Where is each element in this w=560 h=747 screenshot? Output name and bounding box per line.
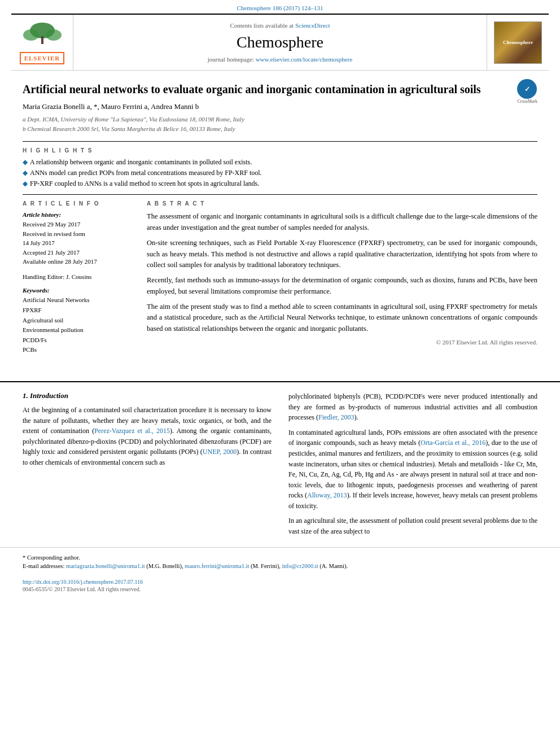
body-right-col: polychlorinated biphenyls (PCB), PCDD/PC…	[288, 391, 537, 541]
svg-text:✓: ✓	[524, 85, 530, 93]
keyword: Environmental pollution	[23, 325, 135, 335]
article-main: ✓ CrossMark Artificial neural networks t…	[0, 71, 560, 372]
article-info-column: A R T I C L E I N F O Article history: R…	[23, 200, 135, 361]
journal-reference: Chemosphere 186 (2017) 124–131	[237, 5, 323, 11]
doi-link[interactable]: http://dx.doi.org/10.1016/j.chemosphere.…	[23, 579, 537, 585]
affiliation-2: b Chemical Research 2000 Srl, Via Santa …	[23, 124, 537, 134]
keywords-block: Keywords: Artificial Neural Networks FPX…	[23, 287, 135, 355]
ref-perez[interactable]: Perez-Vazquez et al., 2015	[94, 427, 170, 435]
elsevier-wordmark: ELSEVIER	[20, 52, 65, 64]
keyword: Artificial Neural Networks	[23, 295, 135, 305]
abstract-para-4: The aim of the present study was to find…	[147, 302, 537, 334]
highlights-list: ◆A relationship between organic and inor…	[23, 157, 537, 189]
ref-orta[interactable]: Orta-García et al., 2016	[421, 439, 485, 447]
ref-alloway[interactable]: Alloway, 2013	[307, 491, 347, 499]
contents-available-text: Contents lists available at ScienceDirec…	[230, 22, 330, 29]
elsevier-logo-section: ELSEVIER	[11, 15, 73, 70]
email-line: E-mail addresses: mariagrazia.bonelli@un…	[23, 562, 537, 571]
keyword: PCDD/Fs	[23, 335, 135, 346]
divider-highlights	[23, 141, 537, 142]
crossmark-icon: ✓	[517, 79, 537, 99]
top-bar: Chemosphere 186 (2017) 124–131	[0, 0, 560, 14]
issn-text: 0045-6535/© 2017 Elsevier Ltd. All right…	[23, 586, 141, 592]
email-link-ferrini[interactable]: mauro.ferrini@uniroma1.it	[185, 563, 249, 569]
keywords-label: Keywords:	[23, 287, 135, 294]
list-item: ◆ANNs model can predict POPs from metal …	[23, 168, 537, 178]
keywords-list: Artificial Neural Networks FPXRF Agricul…	[23, 295, 135, 355]
body-divider	[0, 381, 560, 382]
ref-fiedler[interactable]: Fiedler, 2003	[318, 413, 355, 421]
copyright-text: © 2017 Elsevier Ltd. All rights reserved…	[147, 339, 537, 346]
body-left-col: 1. Introduction At the beginning of a co…	[23, 391, 272, 541]
list-item: ◆FP-XRF coupled to ANNs is a valid metho…	[23, 178, 537, 189]
article-body: 1. Introduction At the beginning of a co…	[0, 391, 560, 541]
journal-info-center: Contents lists available at ScienceDirec…	[73, 15, 487, 70]
ref-unep[interactable]: UNEP, 2000	[203, 448, 237, 456]
affiliation-1: a Dept. ICMA, University of Rome "La Sap…	[23, 115, 537, 124]
available-date: Available online 28 July 2017	[23, 257, 135, 267]
history-label: Article history:	[23, 211, 135, 218]
crossmark-badge: ✓ CrossMark	[517, 79, 537, 104]
keyword: FPXRF	[23, 305, 135, 316]
journal-cover-section: Chemosphere	[487, 15, 549, 70]
received-date: Received 29 May 2017	[23, 220, 135, 229]
svg-rect-3	[41, 36, 43, 44]
abstract-title: A B S T R A C T	[147, 200, 537, 207]
homepage-text: journal homepage: www.elsevier.com/locat…	[208, 56, 352, 63]
divider-article-info	[23, 194, 537, 195]
keyword: PCBs	[23, 345, 135, 355]
bottom-bar: http://dx.doi.org/10.1016/j.chemosphere.…	[0, 575, 560, 596]
accepted-date: Accepted 21 July 2017	[23, 248, 135, 257]
homepage-link[interactable]: www.elsevier.com/locate/chemosphere	[256, 56, 353, 63]
handling-editor-text: Handling Editor: J. Cousins	[23, 272, 135, 282]
affiliations: a Dept. ICMA, University of Rome "La Sap…	[23, 115, 537, 133]
keyword: Agricultural soil	[23, 316, 135, 326]
body-para-1: At the beginning of a contaminated soil …	[23, 405, 272, 468]
corresponding-author: * Corresponding author. E-mail addresses…	[23, 553, 537, 571]
article-info-title: A R T I C L E I N F O	[23, 200, 135, 207]
revised-date: Received in revised form14 July 2017	[23, 229, 135, 248]
sciencedirect-link[interactable]: ScienceDirect	[295, 22, 330, 29]
article-info-abstract: A R T I C L E I N F O Article history: R…	[23, 200, 537, 361]
body-text-right: polychlorinated biphenyls (PCB), PCDD/PC…	[288, 391, 537, 537]
body-text-left: At the beginning of a contaminated soil …	[23, 405, 272, 468]
abstract-para-2: On-site screening techniques, such as Fi…	[147, 238, 537, 270]
journal-title: Chemosphere	[237, 33, 323, 51]
list-item: ◆A relationship between organic and inor…	[23, 157, 537, 168]
body-two-col: 1. Introduction At the beginning of a co…	[23, 391, 537, 541]
abstract-para-3: Recently, fast methods such as immuno-as…	[147, 275, 537, 297]
svg-point-1	[23, 29, 39, 41]
highlights-section: H I G H L I G H T S ◆A relationship betw…	[23, 147, 537, 189]
footnotes: * Corresponding author. E-mail addresses…	[0, 547, 560, 571]
journal-cover-image: Chemosphere	[494, 21, 542, 64]
handling-editor: Handling Editor: J. Cousins	[23, 272, 135, 282]
svg-point-2	[46, 29, 62, 41]
abstract-para-1: The assessment of organic and inorganic …	[147, 211, 537, 233]
abstract-column: A B S T R A C T The assessment of organi…	[147, 200, 537, 361]
body-para-4: In an agricultural site, the assessment …	[288, 516, 537, 536]
elsevier-tree-icon	[20, 20, 65, 49]
article-history: Article history: Received 29 May 2017 Re…	[23, 211, 135, 267]
email-link-manni[interactable]: info@cr2000.it	[282, 563, 318, 569]
journal-header: ELSEVIER Contents lists available at Sci…	[11, 14, 549, 71]
article-title: Artificial neural networks to evaluate o…	[23, 82, 537, 97]
abstract-text: The assessment of organic and inorganic …	[147, 211, 537, 334]
body-para-2: polychlorinated biphenyls (PCB), PCDD/PC…	[288, 391, 537, 423]
authors: Maria Grazia Bonelli a, *, Mauro Ferrini…	[23, 102, 537, 111]
email-link-bonelli[interactable]: mariagrazia.bonelli@uniroma1.it	[66, 563, 145, 569]
section-1-heading: 1. Introduction	[23, 391, 272, 400]
highlights-title: H I G H L I G H T S	[23, 147, 537, 154]
body-para-3: In contaminated agricultural lands, POPs…	[288, 427, 537, 512]
